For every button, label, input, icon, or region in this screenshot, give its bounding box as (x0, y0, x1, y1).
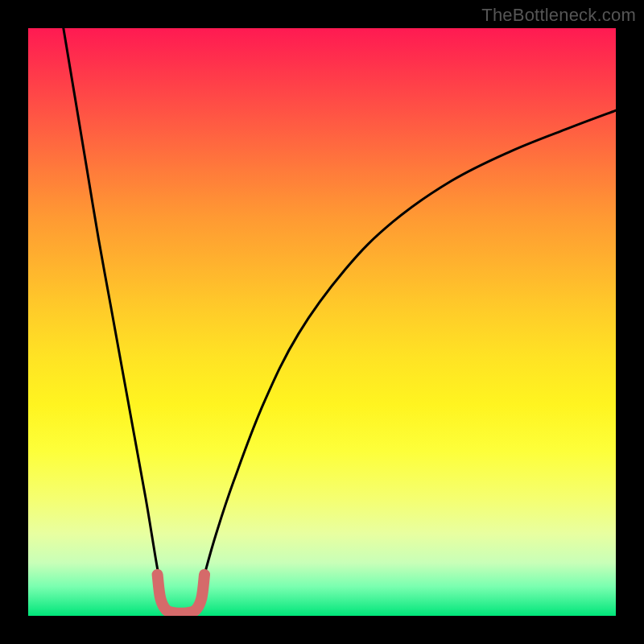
credit-label: TheBottleneck.com (481, 5, 636, 26)
curve-left (64, 28, 169, 616)
plot-area (28, 28, 616, 616)
curve-right (192, 110, 616, 616)
valley-marker (158, 575, 204, 613)
chart-svg (28, 28, 616, 616)
chart-container: TheBottleneck.com (0, 0, 644, 644)
